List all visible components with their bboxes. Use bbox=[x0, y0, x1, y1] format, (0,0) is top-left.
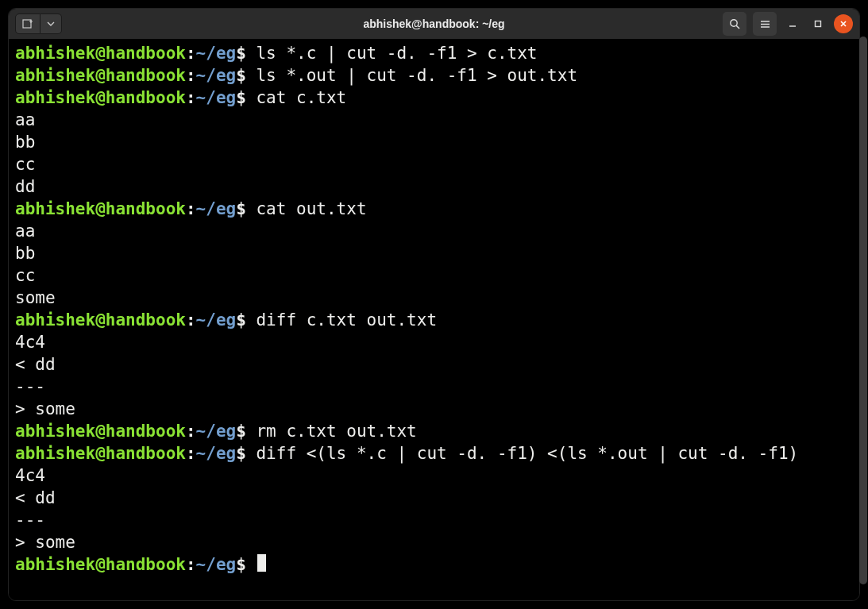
prompt-user: abhishek@handbook bbox=[15, 44, 186, 63]
prompt-symbol: $ bbox=[236, 310, 256, 330]
prompt-user: abhishek@handbook bbox=[15, 422, 186, 441]
output-line: --- bbox=[15, 376, 854, 398]
output-text: dd bbox=[15, 177, 35, 196]
output-line: dd bbox=[15, 175, 854, 198]
output-text: aa bbox=[15, 110, 35, 129]
output-line: aa bbox=[15, 220, 854, 242]
prompt-user: abhishek@handbook bbox=[15, 88, 186, 107]
output-line: cc bbox=[15, 264, 854, 287]
command-text: diff c.txt out.txt bbox=[256, 310, 437, 330]
output-line: cc bbox=[15, 153, 854, 175]
prompt-colon: : bbox=[186, 555, 196, 574]
search-button[interactable] bbox=[723, 12, 746, 36]
maximize-button[interactable] bbox=[808, 14, 827, 33]
prompt-line: abhishek@handbook:~/eg$ ls *.out | cut -… bbox=[15, 64, 854, 87]
prompt-symbol: $ bbox=[236, 555, 256, 574]
prompt-path: ~/eg bbox=[196, 310, 237, 330]
hamburger-icon bbox=[759, 18, 771, 30]
output-line: 4c4 bbox=[15, 331, 854, 353]
prompt-user: abhishek@handbook bbox=[15, 444, 186, 463]
output-text: some bbox=[15, 288, 56, 307]
prompt-symbol: $ bbox=[236, 422, 256, 441]
output-line: > some bbox=[15, 531, 854, 553]
output-text: > some bbox=[15, 399, 75, 418]
output-line: < dd bbox=[15, 487, 854, 509]
output-text: aa bbox=[15, 222, 35, 241]
minimize-button[interactable] bbox=[783, 14, 802, 33]
prompt-colon: : bbox=[186, 310, 196, 330]
output-text: --- bbox=[15, 511, 45, 530]
search-icon bbox=[729, 18, 741, 30]
output-line: < dd bbox=[15, 353, 854, 376]
output-text: bb bbox=[15, 133, 35, 152]
output-text: < dd bbox=[15, 488, 56, 507]
prompt-line: abhishek@handbook:~/eg$ cat out.txt bbox=[15, 198, 854, 220]
prompt-line: abhishek@handbook:~/eg$ diff <(ls *.c | … bbox=[15, 442, 854, 464]
terminal-body[interactable]: abhishek@handbook:~/eg$ ls *.c | cut -d.… bbox=[9, 39, 859, 600]
prompt-line: abhishek@handbook:~/eg$ cat c.txt bbox=[15, 87, 854, 109]
prompt-path: ~/eg bbox=[196, 66, 237, 85]
cursor bbox=[257, 554, 266, 572]
titlebar-right bbox=[723, 12, 853, 36]
prompt-path: ~/eg bbox=[196, 88, 237, 107]
output-line: --- bbox=[15, 509, 854, 531]
titlebar-left bbox=[15, 13, 62, 34]
prompt-path: ~/eg bbox=[196, 422, 237, 441]
command-text: cat out.txt bbox=[256, 199, 366, 218]
titlebar: abhishek@handbook: ~/eg bbox=[9, 9, 859, 39]
prompt-user: abhishek@handbook bbox=[15, 555, 186, 574]
prompt-colon: : bbox=[186, 444, 196, 463]
prompt-symbol: $ bbox=[236, 44, 256, 63]
prompt-line: abhishek@handbook:~/eg$ bbox=[15, 553, 854, 576]
output-text: cc bbox=[15, 266, 35, 285]
prompt-colon: : bbox=[186, 66, 196, 85]
svg-line-4 bbox=[736, 25, 739, 29]
output-line: 4c4 bbox=[15, 464, 854, 487]
output-text: cc bbox=[15, 155, 35, 174]
prompt-symbol: $ bbox=[236, 66, 256, 85]
command-text: ls *.c | cut -d. -f1 > c.txt bbox=[256, 44, 537, 63]
command-text: cat c.txt bbox=[256, 88, 346, 107]
prompt-line: abhishek@handbook:~/eg$ rm c.txt out.txt bbox=[15, 420, 854, 442]
prompt-path: ~/eg bbox=[196, 44, 237, 63]
prompt-symbol: $ bbox=[236, 88, 256, 107]
svg-point-3 bbox=[730, 19, 736, 25]
new-tab-button[interactable] bbox=[15, 13, 41, 34]
output-text: bb bbox=[15, 244, 35, 263]
prompt-colon: : bbox=[186, 44, 196, 63]
prompt-symbol: $ bbox=[236, 199, 256, 218]
close-button[interactable] bbox=[834, 14, 853, 33]
output-text: > some bbox=[15, 533, 75, 552]
output-line: bb bbox=[15, 242, 854, 264]
scrollbar-thumb[interactable] bbox=[859, 37, 860, 584]
output-text: 4c4 bbox=[15, 333, 45, 352]
chevron-down-icon bbox=[47, 20, 55, 28]
prompt-colon: : bbox=[186, 88, 196, 107]
command-text: rm c.txt out.txt bbox=[256, 422, 416, 441]
prompt-user: abhishek@handbook bbox=[15, 310, 186, 330]
prompt-colon: : bbox=[186, 422, 196, 441]
output-text: 4c4 bbox=[15, 466, 45, 485]
terminal-window: abhishek@handbook: ~/eg abhishek@handboo… bbox=[8, 8, 860, 601]
prompt-line: abhishek@handbook:~/eg$ ls *.c | cut -d.… bbox=[15, 42, 854, 64]
prompt-line: abhishek@handbook:~/eg$ diff c.txt out.t… bbox=[15, 309, 854, 331]
prompt-path: ~/eg bbox=[196, 199, 237, 218]
output-text: < dd bbox=[15, 355, 56, 374]
prompt-path: ~/eg bbox=[196, 444, 237, 463]
prompt-path: ~/eg bbox=[196, 555, 237, 574]
menu-button[interactable] bbox=[753, 12, 777, 36]
svg-rect-9 bbox=[816, 21, 821, 27]
prompt-user: abhishek@handbook bbox=[15, 66, 186, 85]
close-icon bbox=[839, 19, 848, 29]
new-tab-icon bbox=[22, 18, 33, 29]
prompt-user: abhishek@handbook bbox=[15, 199, 186, 218]
maximize-icon bbox=[813, 19, 823, 29]
minimize-icon bbox=[788, 19, 797, 29]
tab-menu-button[interactable] bbox=[41, 13, 62, 34]
output-line: > some bbox=[15, 398, 854, 420]
output-line: bb bbox=[15, 131, 854, 153]
scrollbar[interactable] bbox=[858, 30, 860, 601]
output-text: --- bbox=[15, 377, 45, 396]
command-text: diff <(ls *.c | cut -d. -f1) <(ls *.out … bbox=[256, 444, 798, 463]
prompt-symbol: $ bbox=[236, 444, 256, 463]
